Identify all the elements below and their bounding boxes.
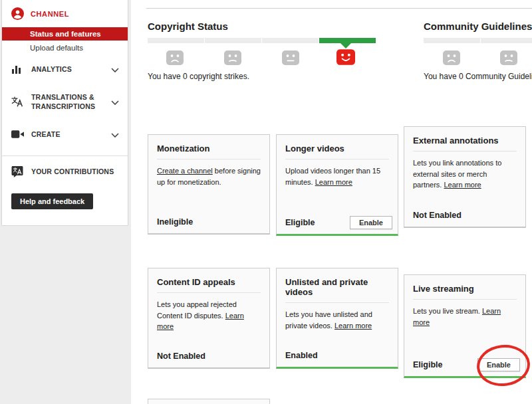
card-title: Unlisted and private videos (277, 268, 398, 297)
sidebar-item-label: TRANSLATIONS & TRANSCRIPTIONS (26, 92, 111, 111)
contributions-translate-bubble-icon (11, 165, 26, 177)
feature-card-monetization: Monetization Create a channel before sig… (148, 134, 270, 235)
sidebar-item-upload-defaults[interactable]: Upload defaults (2, 41, 128, 54)
card-description: Lets you live stream. Learn more (404, 306, 525, 328)
community-guidelines-title: Community Guidelines Status (424, 21, 532, 32)
sidebar-item-translations[interactable]: TRANSLATIONS & TRANSCRIPTIONS (2, 84, 128, 120)
sidebar-card: CHANNEL Status and features Upload defau… (1, 0, 128, 226)
card-divider (285, 159, 389, 159)
copyright-strikes-message: You have 0 copyright strikes. (148, 72, 249, 81)
translate-icon (11, 96, 26, 107)
creator-studio-page: CHANNEL Status and features Upload defau… (0, 0, 532, 404)
learn-more-link[interactable]: Learn more (315, 178, 352, 186)
channel-avatar-icon (11, 7, 24, 20)
card-description: Upload videos longer than 15 minutes. Le… (277, 165, 398, 187)
card-status: Not Enabled (413, 211, 462, 220)
bar-chart-icon (11, 64, 26, 74)
card-title: Monetization (148, 135, 269, 153)
sidebar-item-label: YOUR CONTRIBUTIONS (26, 167, 119, 176)
copyright-track-segment (262, 38, 319, 43)
sidebar-channel-header[interactable]: CHANNEL (2, 0, 128, 27)
strike-face-unhappy-icon (224, 50, 241, 65)
card-divider (285, 302, 389, 303)
card-description: Lets you link annotations to external si… (404, 157, 525, 191)
card-status: Enabled (285, 351, 318, 360)
card-title: Content ID appeals (148, 268, 269, 287)
card-description: Create a channel before signing up for m… (148, 165, 269, 187)
card-description-text: Lets you live stream. (413, 307, 482, 315)
card-status: Ineligible (157, 217, 193, 227)
feature-card-content-id-appeals: Content ID appeals Lets you appeal rejec… (148, 268, 270, 369)
chevron-down-icon (111, 128, 119, 140)
community-track-segment (481, 38, 532, 43)
chevron-down-icon (111, 63, 119, 75)
feature-card-partial (148, 399, 270, 404)
card-divider (157, 159, 261, 159)
channel-label: CHANNEL (31, 10, 69, 18)
community-track-segment (424, 38, 480, 43)
card-status: Eligible (285, 218, 315, 227)
sidebar-item-analytics[interactable]: ANALYTICS (2, 54, 128, 84)
copyright-track-pointer-icon (340, 43, 351, 49)
feature-card-live-streaming: Live streaming Lets you live stream. Lea… (404, 274, 526, 378)
learn-more-link[interactable]: Learn more (334, 322, 372, 330)
top-divider (146, 8, 532, 9)
card-title: External annotations (404, 127, 525, 146)
card-divider (157, 292, 261, 293)
feature-card-external-annotations: External annotations Lets you link annot… (404, 126, 526, 228)
copyright-status-title: Copyright Status (148, 21, 228, 32)
feature-card-unlisted-private-videos: Unlisted and private videos Lets you hav… (276, 268, 398, 369)
strike-face-neutral-icon (282, 50, 299, 65)
enable-button[interactable]: Enable (350, 216, 392, 229)
enable-live-streaming-button[interactable]: Enable (477, 358, 520, 371)
strike-face-sad-icon (166, 50, 184, 65)
card-description: Lets you appeal rejected Content ID disp… (148, 299, 269, 332)
copyright-track-segment (148, 38, 204, 43)
strike-face-sad-icon (443, 50, 460, 65)
card-title: Longer videos (277, 135, 398, 153)
sidebar-item-label: CREATE (26, 130, 111, 139)
sidebar-item-create[interactable]: CREATE (2, 120, 128, 149)
create-a-channel-link[interactable]: Create a channel (157, 167, 213, 175)
strike-face-unhappy-icon (500, 50, 517, 65)
sidebar-item-status-and-features[interactable]: Status and features (2, 27, 128, 41)
help-and-feedback-button[interactable]: Help and feedback (11, 193, 93, 209)
sidebar: CHANNEL Status and features Upload defau… (0, 0, 131, 404)
card-status: Eligible (413, 360, 442, 369)
card-title: Live streaming (404, 275, 525, 294)
copyright-track-segment-active (319, 38, 376, 43)
card-divider (413, 151, 517, 152)
card-divider (413, 299, 517, 300)
learn-more-link[interactable]: Learn more (444, 181, 481, 189)
chevron-down-icon (111, 96, 119, 108)
feature-card-longer-videos: Longer videos Upload videos longer than … (276, 134, 398, 236)
community-strikes-message: You have 0 Community Guidelines strikes. (424, 72, 532, 81)
sidebar-item-your-contributions[interactable]: YOUR CONTRIBUTIONS (2, 156, 128, 184)
video-camera-icon (11, 130, 26, 139)
strike-face-happy-icon (336, 49, 355, 65)
card-status: Not Enabled (157, 352, 205, 361)
sidebar-item-label: ANALYTICS (26, 64, 111, 74)
copyright-track-segment (205, 38, 261, 43)
card-description: Lets you have unlisted and private video… (277, 309, 398, 331)
